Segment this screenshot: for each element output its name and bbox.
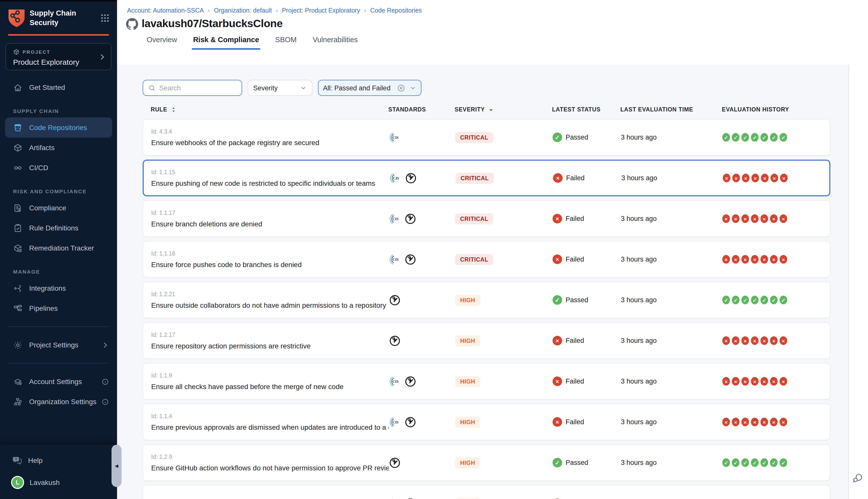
evaluation-history: ××××××× — [722, 215, 830, 223]
search-input[interactable] — [159, 84, 234, 92]
history-fail-icon: × — [760, 337, 768, 345]
evaluation-time: 3 hours ago — [621, 418, 722, 426]
evaluation-history: ××××××× — [723, 174, 829, 182]
sidebar-item-compliance[interactable]: Compliance — [0, 198, 117, 218]
history-fail-icon: × — [732, 215, 739, 223]
rule-id: Id: 1.2.21 — [151, 291, 389, 297]
column-severity[interactable]: SEVERITY — [455, 106, 552, 113]
tab-vulnerabilities[interactable]: Vulnerabilities — [312, 36, 359, 50]
sidebar-item-label: Integrations — [29, 284, 66, 292]
status-label: Failed — [566, 378, 584, 385]
table-row[interactable]: Id: 1.1.17 Ensure branch deletions are d… — [143, 200, 830, 237]
sidebar-item-get-started[interactable]: Get Started — [0, 77, 117, 97]
status-label: Failed — [566, 418, 584, 426]
table-row[interactable]: Id: 1.1.5 CIS HIGH × Failed 3 hours ago … — [143, 485, 830, 499]
status-label: Failed — [566, 337, 584, 344]
sidebar-item-label: Code Repositories — [29, 123, 87, 132]
table-row[interactable]: Id: 1.1.16 Ensure force pushes code to b… — [143, 241, 830, 278]
tab-sbom[interactable]: SBOM — [274, 36, 298, 50]
sidebar-item-integrations[interactable]: Integrations — [0, 278, 117, 298]
infinity-icon — [13, 163, 23, 172]
document-search-icon — [13, 203, 23, 212]
sidebar-item-artifacts[interactable]: Artifacts — [0, 137, 117, 158]
history-fail-icon: × — [722, 255, 730, 264]
table-row[interactable]: Id: 1.1.4 Ensure previous approvals are … — [143, 404, 830, 440]
severity-badge: CRITICAL — [455, 132, 493, 143]
table-row[interactable]: Id: 4.3.4 Ensure webhooks of the package… — [143, 119, 830, 156]
svg-text:?: ? — [15, 458, 17, 461]
status-label: Passed — [566, 296, 588, 304]
status-filter-label: All: Passed and Failed — [323, 84, 390, 92]
sidebar-item-code-repositories[interactable]: </> Code Repositories — [5, 118, 112, 137]
table-row[interactable]: Id: 1.2.17 Ensure repository action perm… — [143, 322, 830, 359]
table-row[interactable]: Id: 1.1.15 Ensure pushing of new code is… — [143, 160, 830, 196]
history-fail-icon: × — [780, 418, 787, 426]
column-latest-status: LATEST STATUS — [552, 107, 620, 112]
page-header: Account: Automation-SSCA › Organization:… — [117, 0, 868, 65]
history-fail-icon: × — [751, 337, 759, 345]
cis-standard-icon: CIS — [389, 172, 401, 184]
sidebar-item-remediation-tracker[interactable]: Remediation Tracker — [0, 238, 117, 258]
history-fail-icon: × — [760, 215, 768, 223]
breadcrumb-separator: › — [276, 7, 278, 14]
owasp-standard-icon — [405, 212, 417, 224]
status-filter-dropdown[interactable]: All: Passed and Failed — [318, 80, 421, 96]
status-label: Passed — [566, 134, 588, 141]
history-fail-icon: × — [780, 255, 787, 264]
history-fail-icon: × — [770, 337, 777, 345]
app-logo-shield-icon — [8, 9, 25, 28]
rule-id: Id: 1.2.9 — [151, 453, 389, 460]
clear-filter-icon[interactable] — [397, 84, 405, 92]
history-pass-icon: ✓ — [780, 133, 787, 142]
info-icon[interactable] — [101, 378, 109, 385]
table-row[interactable]: Id: 1.2.9 Ensure GitHub action workflows… — [143, 444, 830, 481]
app-switcher-grid-icon[interactable] — [100, 13, 110, 23]
github-icon — [126, 18, 138, 30]
severity-filter-dropdown[interactable]: Severity — [248, 80, 312, 96]
sort-both-icon[interactable] — [170, 106, 177, 113]
breadcrumb-account[interactable]: Account: Automation-SSCA — [127, 7, 204, 14]
table-row[interactable]: Id: 1.1.9 Ensure all checks have passed … — [143, 363, 830, 400]
cis-standard-icon: CIS — [389, 497, 401, 499]
sidebar-section-manage: MANAGE — [0, 265, 117, 278]
sidebar-item-pipelines[interactable]: Pipelines — [0, 298, 117, 318]
severity-badge: CRITICAL — [455, 213, 493, 224]
sidebar-collapse-handle[interactable]: ◀ — [111, 445, 122, 487]
rule-text: Ensure GitHub action workflows do not ha… — [151, 464, 389, 472]
user-menu[interactable]: L Lavakush — [0, 471, 117, 494]
tab-overview[interactable]: Overview — [146, 36, 178, 50]
owasp-standard-icon — [405, 416, 417, 428]
sidebar-item-label: CI/CD — [29, 164, 48, 172]
sidebar-item-account-settings[interactable]: Account Settings — [0, 372, 117, 392]
project-name: Product Exploratory — [13, 58, 96, 66]
sidebar-item-project-settings[interactable]: Project Settings — [0, 335, 117, 355]
breadcrumb-organization[interactable]: Organization: default — [214, 7, 272, 14]
sidebar-item-label: Account Settings — [29, 378, 82, 386]
info-icon[interactable] — [101, 398, 109, 405]
project-selector[interactable]: PROJECT Product Exploratory — [5, 43, 111, 70]
breadcrumb-code-repositories[interactable]: Code Repositories — [370, 7, 422, 14]
svg-text:CIS: CIS — [393, 379, 399, 383]
history-pass-icon: ✓ — [732, 133, 739, 142]
status-label: Failed — [566, 174, 585, 182]
history-pass-icon: ✓ — [732, 296, 739, 304]
table-row[interactable]: Id: 1.2.21 Ensure outside collaborators … — [143, 282, 830, 318]
cis-standard-icon: CIS — [389, 253, 401, 265]
tab-risk-compliance[interactable]: Risk & Compliance — [192, 36, 260, 50]
owasp-standard-icon — [405, 497, 417, 499]
sort-desc-icon[interactable] — [488, 106, 494, 113]
column-last-evaluation-time: LAST EVALUATION TIME — [620, 107, 722, 112]
sidebar-item-cicd[interactable]: CI/CD — [0, 158, 117, 178]
rule-text: Ensure outside collaborators do not have… — [151, 301, 389, 309]
column-rule[interactable]: RULE — [143, 106, 388, 113]
sidebar-item-rule-definitions[interactable]: Rule Definitions — [0, 218, 117, 238]
feedback-chat-icon[interactable] — [852, 472, 864, 484]
help-label: Help — [28, 456, 43, 464]
history-pass-icon: ✓ — [742, 459, 749, 467]
owasp-standard-icon — [405, 375, 417, 387]
sidebar-item-organization-settings[interactable]: Organization Settings — [0, 392, 117, 412]
help-button[interactable]: ? Help — [0, 450, 117, 471]
divider — [8, 363, 109, 364]
evaluation-time: 3 hours ago — [621, 256, 722, 263]
breadcrumb-project[interactable]: Project: Product Exploratory — [282, 7, 360, 14]
